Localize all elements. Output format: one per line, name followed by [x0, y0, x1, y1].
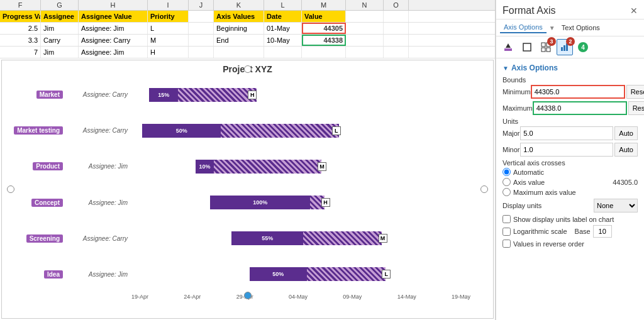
bar-chart-icon-btn[interactable]: 2 [557, 39, 573, 55]
svg-marker-1 [506, 43, 511, 48]
minimum-input[interactable] [531, 85, 625, 99]
cell-k-3 [214, 47, 264, 58]
radio-automatic-input[interactable] [502, 168, 511, 176]
cell-n-2 [346, 35, 384, 46]
axis-options-header: ▼ Axis Options [502, 63, 638, 72]
minimum-reset-btn[interactable]: Reset [626, 85, 644, 99]
vertical-axis-crosses-label: Vertical axis crosses [502, 159, 638, 167]
cell-priority-3[interactable]: H [148, 47, 189, 58]
tab-axis-options[interactable]: Axis Options [500, 22, 547, 33]
chart-y-labels: Market Market testing Product Concept Sc… [6, 77, 65, 292]
logarithmic-checkbox[interactable] [502, 228, 511, 236]
bar-row-3: Assignee: Jim 100% H [65, 193, 489, 212]
cell-progress-2[interactable]: 3.3 [0, 35, 41, 46]
cell-progress-1[interactable]: 2.5 [0, 23, 41, 34]
radio-automatic-label: Automatic [513, 168, 544, 176]
spreadsheet: F G H I J K L M N O Progress Value Assig… [0, 0, 495, 58]
chart-handle-top[interactable] [244, 65, 252, 73]
col-header-m: M [302, 0, 346, 10]
bar-filled-1: 50% [142, 124, 221, 138]
base-label: Base [575, 228, 591, 235]
cell-progress-3[interactable]: 7 [0, 47, 41, 58]
cell-axis-values-header[interactable]: Axis Values [214, 11, 264, 22]
y-label-idea: Idea [44, 270, 63, 279]
cell-j-1 [189, 23, 214, 34]
major-auto-btn[interactable]: Auto [614, 126, 638, 140]
base-input[interactable] [593, 225, 612, 238]
header-row: Progress Value Assignee Assignee Value P… [0, 11, 495, 23]
radio-max-axis-label: Maximum axis value [513, 189, 576, 196]
units-subsection: Units Major Auto Minor Auto [502, 118, 638, 157]
show-display-units-checkbox[interactable] [502, 215, 511, 223]
y-label-market-testing: Market testing [14, 126, 63, 135]
cell-axis-end[interactable]: End [214, 35, 264, 46]
logarithmic-label: Logarithmic scale [513, 228, 567, 235]
section-collapse-icon[interactable]: ▼ [502, 65, 509, 72]
bar-filled-2: 10% [196, 160, 213, 174]
y-label-screening: Screening [26, 234, 63, 243]
minor-input[interactable] [520, 143, 613, 157]
assignee-label-4: Assignee: Carry [65, 235, 131, 242]
grid-icon-btn[interactable]: 3 [538, 39, 554, 55]
cell-o-1 [384, 23, 409, 34]
radio-axis-value-input[interactable] [502, 178, 511, 186]
cell-assignee-value-2[interactable]: Assignee: Carry [79, 35, 148, 46]
cell-value-header[interactable]: Value [302, 11, 346, 22]
maximum-reset-btn[interactable]: Reset [628, 101, 644, 115]
display-units-select[interactable]: None [594, 199, 638, 212]
tab-text-options[interactable]: Text Options [558, 23, 604, 33]
radio-axis-value-num: 44305.0 [613, 179, 638, 186]
cell-assignee-header[interactable]: Assignee [41, 11, 79, 22]
data-row-1: 2.5 Jim Assignee: Jim L Beginning 01-May… [0, 23, 495, 35]
reverse-row: Values in reverse order [502, 240, 638, 248]
cell-axis-beginning[interactable]: Beginning [214, 23, 264, 34]
cell-assignee-value-header[interactable]: Assignee Value [79, 11, 148, 22]
units-label: Units [502, 118, 638, 125]
assignee-label-1: Assignee: Carry [65, 127, 131, 134]
bounds-subsection: Bounds Minimum Reset Maximum Reset [502, 76, 638, 115]
cell-priority-2[interactable]: M [148, 35, 189, 46]
col-header-i: I [148, 0, 189, 10]
border-icon-btn[interactable] [519, 39, 535, 55]
minor-auto-btn[interactable]: Auto [614, 143, 638, 157]
radio-max-axis-input[interactable] [502, 188, 511, 196]
cell-o-3 [384, 47, 409, 58]
right-panel: Format Axis ✕ Axis Options ▼ Text Option… [496, 0, 644, 320]
cell-value-1[interactable]: 44305 [302, 23, 346, 34]
chart-handle-bottom[interactable] [244, 292, 252, 299]
cell-assignee-2[interactable]: Carry [41, 35, 79, 46]
assignee-label-2: Assignee: Jim [65, 163, 131, 170]
panel-close-button[interactable]: ✕ [630, 6, 638, 16]
col-headers: F G H I J K L M N O [0, 0, 495, 11]
chart-container[interactable]: Project XYZ Market Market testing Produc… [1, 60, 494, 319]
fill-icon-btn[interactable] [500, 39, 516, 55]
badge-3: 3 [547, 37, 556, 46]
data-row-3: 7 Jim Assignee: Jim H [0, 47, 495, 58]
cell-j-3 [189, 47, 214, 58]
cell-assignee-3[interactable]: Jim [41, 47, 79, 58]
badge-2: 2 [566, 37, 575, 46]
major-input[interactable] [520, 126, 613, 140]
reverse-checkbox[interactable] [502, 240, 511, 248]
bar-filled-3: 100% [210, 196, 310, 209]
svg-rect-6 [547, 48, 550, 52]
cell-progress-header[interactable]: Progress Value [0, 11, 41, 22]
cell-value-2[interactable]: 44338 [302, 35, 346, 46]
cell-priority-header[interactable]: Priority [148, 11, 189, 22]
bar-row-0: Assignee: Carry 15% H [65, 86, 489, 104]
maximum-input[interactable] [533, 101, 627, 115]
minor-row: Minor Auto [502, 143, 638, 157]
cell-date-1[interactable]: 01-May [264, 23, 302, 34]
minimum-label: Minimum [502, 88, 531, 96]
cell-date-header[interactable]: Date [264, 11, 302, 22]
vertical-axis-crosses-subsection: Vertical axis crosses Automatic Axis val… [502, 159, 638, 196]
cell-priority-1[interactable]: L [148, 23, 189, 34]
chart-handle-left[interactable] [7, 185, 14, 193]
cell-o-2 [384, 35, 409, 46]
cell-assignee-value-1[interactable]: Assignee: Jim [79, 23, 148, 34]
bar-label-2: M [318, 162, 326, 171]
assignee-label-0: Assignee: Carry [65, 91, 131, 98]
cell-date-2[interactable]: 10-May [264, 35, 302, 46]
cell-assignee-value-3[interactable]: Assignee: Jim [79, 47, 148, 58]
cell-assignee-1[interactable]: Jim [41, 23, 79, 34]
